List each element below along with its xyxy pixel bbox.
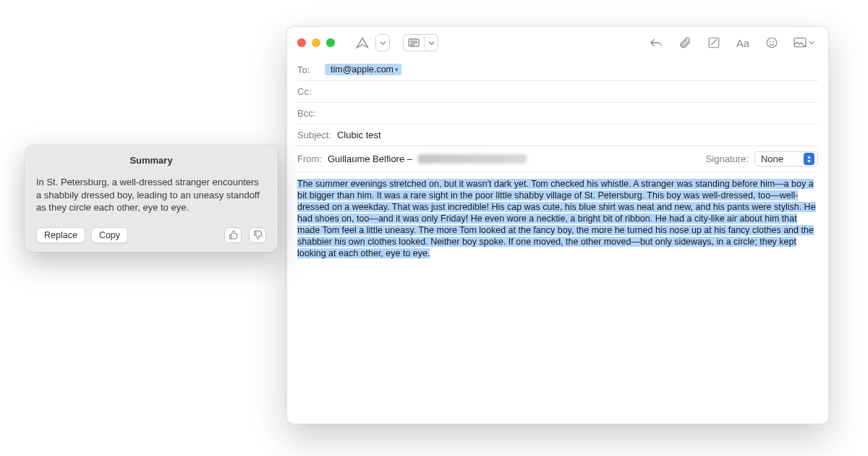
recipient-token[interactable]: tim@apple.com ▾ (325, 64, 401, 75)
compose-window: Aa To: tim@apple.com ▾ (286, 26, 829, 424)
paperclip-icon (678, 36, 692, 49)
svg-point-7 (773, 41, 774, 42)
from-email-redacted (418, 154, 527, 164)
from-field[interactable]: From: Guillaume Belfiore – Signature: No… (297, 146, 818, 172)
svg-point-5 (767, 38, 777, 48)
chevron-down-icon: ▾ (395, 66, 399, 73)
signature-select[interactable]: None ▲▼ (754, 151, 818, 166)
popover-title: Summary (36, 155, 266, 166)
thumbs-down-icon (253, 230, 263, 240)
bcc-field[interactable]: Bcc: (297, 103, 818, 124)
chevron-down-icon (809, 40, 814, 46)
close-window-button[interactable] (297, 38, 306, 47)
format-button[interactable]: Aa (731, 33, 754, 53)
to-label: To: (297, 64, 319, 75)
copy-button[interactable]: Copy (91, 227, 128, 243)
subject-input[interactable]: Clubic test (337, 130, 381, 140)
send-icon (355, 35, 370, 50)
chevron-down-icon (428, 40, 435, 46)
thumbs-up-icon (229, 230, 238, 240)
format-icon: Aa (736, 37, 749, 49)
emoji-button[interactable] (760, 33, 783, 53)
emoji-icon (765, 36, 778, 49)
minimize-window-button[interactable] (312, 38, 320, 47)
message-body[interactable]: The summer evenings stretched on, but it… (287, 172, 828, 423)
signature-value: None (761, 153, 783, 164)
zoom-window-button[interactable] (326, 38, 335, 47)
recipient-email: tim@apple.com (331, 64, 393, 75)
from-label: From: (297, 153, 322, 164)
subject-label: Subject: (297, 130, 331, 140)
window-titlebar: Aa (287, 27, 828, 59)
cc-field[interactable]: Cc: (297, 81, 818, 103)
send-options-dropdown[interactable] (375, 34, 390, 51)
media-icon (793, 37, 807, 48)
header-fields: To: tim@apple.com ▾ Cc: Bcc: Subject: Cl… (287, 59, 828, 172)
svg-point-6 (770, 41, 770, 42)
replace-button[interactable]: Replace (36, 227, 85, 243)
bcc-label: Bcc: (297, 108, 319, 119)
thumbs-up-button[interactable] (224, 227, 242, 243)
markup-icon (707, 36, 720, 49)
popover-actions: Replace Copy (36, 227, 266, 243)
send-button[interactable] (351, 33, 374, 53)
body-selected-text[interactable]: The summer evenings stretched on, but it… (297, 179, 816, 258)
from-name: Guillaume Belfiore – (328, 153, 412, 164)
markup-button[interactable] (702, 33, 726, 53)
reply-icon (649, 37, 663, 48)
reply-button[interactable] (644, 33, 668, 53)
summary-popover: Summary In St. Petersburg, a well-dresse… (25, 145, 278, 252)
photo-browser-button[interactable] (789, 33, 818, 53)
chevron-down-icon (380, 40, 386, 46)
to-field[interactable]: To: tim@apple.com ▾ (297, 59, 818, 81)
window-traffic-lights (297, 38, 335, 47)
cc-label: Cc: (297, 86, 319, 97)
stepper-arrows-icon: ▲▼ (804, 153, 814, 165)
list-icon (408, 38, 420, 47)
header-fields-button[interactable] (403, 34, 438, 51)
thumbs-down-button[interactable] (249, 227, 266, 243)
signature-label: Signature: (706, 153, 749, 164)
summary-text: In St. Petersburg, a well-dressed strang… (36, 176, 266, 214)
subject-field[interactable]: Subject: Clubic test (297, 124, 818, 146)
attach-button[interactable] (673, 33, 697, 53)
